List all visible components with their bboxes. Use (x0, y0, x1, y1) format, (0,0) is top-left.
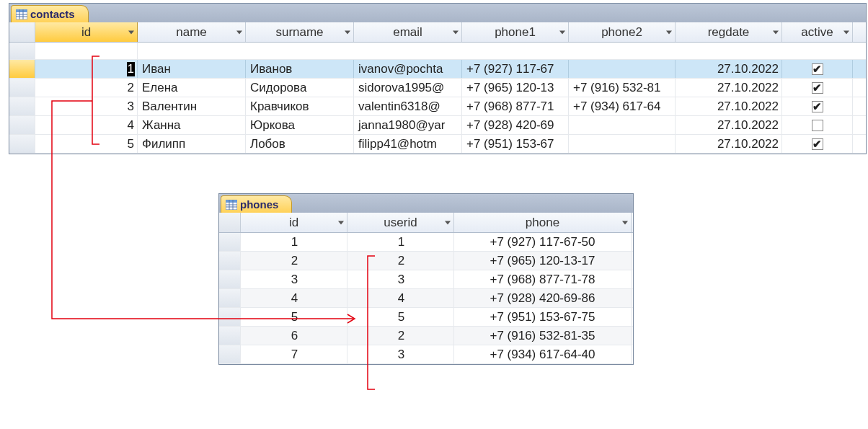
row-selector[interactable] (219, 327, 241, 345)
cell-id[interactable]: 4 (241, 289, 347, 307)
contacts-filter-row[interactable] (9, 43, 866, 60)
cell-email[interactable]: valentin6318@ (354, 97, 462, 115)
checkbox[interactable]: ✔ (812, 138, 823, 150)
table-row[interactable]: 3ВалентинКравчиковvalentin6318@+7 (968) … (9, 97, 866, 116)
cell-regdate[interactable]: 27.10.2022 (676, 97, 782, 115)
cell-name[interactable]: Елена (138, 79, 246, 97)
cell-active[interactable]: ✔ (782, 135, 853, 153)
cell-phone2[interactable]: +7 (934) 617-64 (569, 97, 676, 115)
cell-name[interactable]: Жанна (138, 116, 246, 134)
cell-email[interactable]: ivanov@pochta (354, 60, 462, 78)
cell-phone1[interactable]: +7 (968) 877-71 (462, 97, 569, 115)
contacts-select-all[interactable] (9, 22, 35, 42)
cell-phone[interactable]: +7 (934) 617-64-40 (454, 345, 632, 363)
cell-phone1[interactable]: +7 (965) 120-13 (462, 79, 569, 97)
cell-id[interactable]: 3 (35, 97, 138, 115)
cell-surname[interactable]: Юркова (246, 116, 354, 134)
cell-phone[interactable]: +7 (928) 420-69-86 (454, 289, 632, 307)
cell-regdate[interactable]: 27.10.2022 (676, 60, 782, 78)
row-selector[interactable] (219, 233, 241, 251)
cell-phone1[interactable]: +7 (951) 153-67 (462, 135, 569, 153)
cell-id[interactable]: 1 (35, 60, 138, 78)
cell-id[interactable]: 5 (35, 135, 138, 153)
cell-surname[interactable]: Кравчиков (246, 97, 354, 115)
cell-active[interactable]: ✔ (782, 97, 853, 115)
phones-select-all[interactable] (219, 213, 241, 232)
contacts-tab[interactable]: contacts (11, 5, 89, 22)
cell-surname[interactable]: Сидорова (246, 79, 354, 97)
row-selector[interactable] (219, 345, 241, 363)
cell-surname[interactable]: Иванов (246, 60, 354, 78)
cell-phone[interactable]: +7 (965) 120-13-17 (454, 252, 632, 270)
col-header-surname[interactable]: surname (246, 22, 354, 42)
cell-active[interactable] (782, 116, 853, 134)
cell-id[interactable]: 5 (241, 308, 347, 326)
cell-id[interactable]: 4 (35, 116, 138, 134)
cell-id[interactable]: 6 (241, 327, 347, 345)
cell-id[interactable]: 7 (241, 345, 347, 363)
table-row[interactable]: 33+7 (968) 877-71-78 (219, 270, 633, 289)
cell-phone2[interactable] (569, 60, 676, 78)
cell-email[interactable]: janna1980@yar (354, 116, 462, 134)
col-header-email[interactable]: email (354, 22, 462, 42)
cell-phone[interactable]: +7 (951) 153-67-75 (454, 308, 632, 326)
cell-phone2[interactable]: +7 (916) 532-81 (569, 79, 676, 97)
cell-email[interactable]: sidorova1995@ (354, 79, 462, 97)
row-selector[interactable] (219, 289, 241, 307)
row-selector[interactable] (9, 97, 35, 115)
cell-userid[interactable]: 2 (347, 252, 454, 270)
cell-id[interactable]: 2 (35, 79, 138, 97)
cell-regdate[interactable]: 27.10.2022 (676, 135, 782, 153)
cell-name[interactable]: Иван (138, 60, 246, 78)
table-row[interactable]: 22+7 (965) 120-13-17 (219, 252, 633, 270)
row-selector[interactable] (9, 60, 35, 78)
cell-id[interactable]: 3 (241, 270, 347, 288)
cell-id[interactable]: 1 (241, 233, 347, 251)
filter-id[interactable] (35, 43, 138, 59)
row-selector[interactable] (219, 270, 241, 288)
col-header-active[interactable]: active (782, 22, 853, 42)
cell-regdate[interactable]: 27.10.2022 (676, 79, 782, 97)
row-selector[interactable] (9, 79, 35, 97)
row-selector[interactable] (219, 308, 241, 326)
col-header-userid[interactable]: userid (347, 213, 454, 232)
cell-surname[interactable]: Лобов (246, 135, 354, 153)
table-row[interactable]: 1ИванИвановivanov@pochta+7 (927) 117-672… (9, 60, 866, 79)
cell-phone1[interactable]: +7 (927) 117-67 (462, 60, 569, 78)
cell-email[interactable]: filipp41@hotm (354, 135, 462, 153)
cell-phone[interactable]: +7 (968) 877-71-78 (454, 270, 632, 288)
cell-active[interactable]: ✔ (782, 60, 853, 78)
cell-name[interactable]: Филипп (138, 135, 246, 153)
cell-userid[interactable]: 3 (347, 270, 454, 288)
cell-phone[interactable]: +7 (916) 532-81-35 (454, 327, 632, 345)
col-header-id[interactable]: id (241, 213, 347, 232)
cell-name[interactable]: Валентин (138, 97, 246, 115)
cell-phone[interactable]: +7 (927) 117-67-50 (454, 233, 632, 251)
cell-userid[interactable]: 4 (347, 289, 454, 307)
table-row[interactable]: 55+7 (951) 153-67-75 (219, 308, 633, 327)
col-header-phone1[interactable]: phone1 (462, 22, 569, 42)
col-header-regdate[interactable]: regdate (676, 22, 782, 42)
col-header-name[interactable]: name (138, 22, 246, 42)
cell-phone2[interactable] (569, 135, 676, 153)
row-selector[interactable] (219, 252, 241, 270)
row-selector[interactable] (9, 135, 35, 153)
cell-active[interactable]: ✔ (782, 79, 853, 97)
cell-regdate[interactable]: 27.10.2022 (676, 116, 782, 134)
phones-tab[interactable]: phones (221, 195, 292, 213)
checkbox[interactable]: ✔ (812, 63, 823, 75)
checkbox[interactable] (812, 120, 823, 131)
table-row[interactable]: 44+7 (928) 420-69-86 (219, 289, 633, 308)
row-selector[interactable] (9, 116, 35, 134)
cell-userid[interactable]: 5 (347, 308, 454, 326)
col-header-phone2[interactable]: phone2 (569, 22, 676, 42)
table-row[interactable]: 73+7 (934) 617-64-40 (219, 345, 633, 364)
col-header-phone[interactable]: phone (454, 213, 632, 232)
checkbox[interactable]: ✔ (812, 101, 823, 112)
table-row[interactable]: 62+7 (916) 532-81-35 (219, 327, 633, 345)
cell-userid[interactable]: 1 (347, 233, 454, 251)
table-row[interactable]: 11+7 (927) 117-67-50 (219, 233, 633, 252)
table-row[interactable]: 4ЖаннаЮрковаjanna1980@yar+7 (928) 420-69… (9, 116, 866, 135)
col-header-id[interactable]: id (35, 22, 138, 42)
table-row[interactable]: 5ФилиппЛобовfilipp41@hotm+7 (951) 153-67… (9, 135, 866, 154)
